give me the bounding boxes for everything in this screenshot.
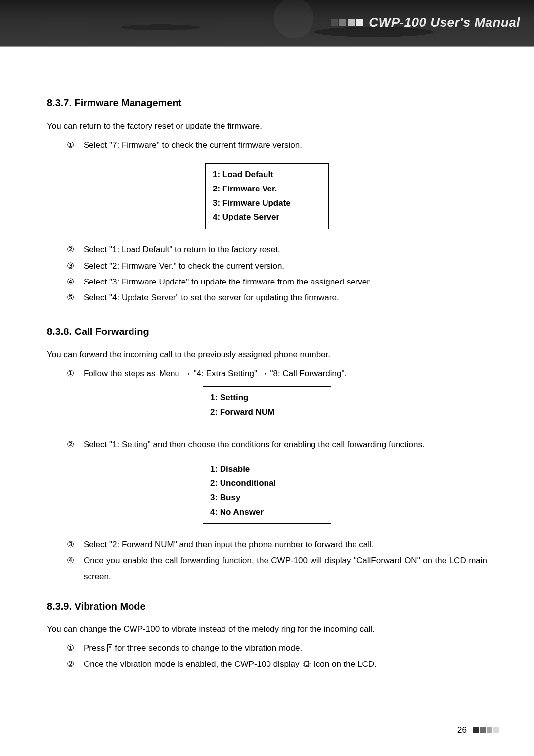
firmware-steps-1: ① Select "7: Firmware" to check the curr…: [67, 138, 487, 153]
step-text-pre: Press: [84, 643, 107, 653]
step-text-post: for three seconds to change to the vibra…: [112, 643, 302, 653]
logo-squares-icon: [331, 19, 363, 26]
callfwd-menu1-box: 1: Setting 2: Forward NUM: [203, 386, 331, 424]
step-number-icon: ①: [67, 138, 74, 153]
callfwd-steps-1: ① Follow the steps as Menu → "4: Extra S…: [67, 366, 487, 381]
header-title-text: CWP-100 User's Manual: [369, 15, 520, 30]
callfwd-heading: 8.3.8. Call Forwarding: [47, 326, 487, 337]
footer-squares-icon: [473, 727, 499, 733]
menu-row: 1: Disable: [210, 462, 324, 476]
step-text-pre: Once the vibration mode is enabled, the …: [84, 660, 302, 669]
menu-row: 4: No Answer: [210, 505, 324, 520]
firmware-step-1: ① Select "7: Firmware" to check the curr…: [67, 138, 487, 153]
menu-key: Menu: [158, 369, 180, 378]
menu-row: 2: Unconditional: [210, 476, 324, 491]
svg-rect-1: [306, 665, 308, 666]
content: 8.3.7. Firmware Management You can retur…: [0, 47, 534, 673]
firmware-steps-2: ② Select "1: Load Default" to return to …: [67, 242, 487, 306]
callfwd-step-1: ① Follow the steps as Menu → "4: Extra S…: [67, 366, 487, 381]
step-text: Select "2: Firmware Ver." to check the c…: [84, 261, 284, 271]
step-text-pre: Follow the steps as: [84, 369, 158, 378]
firmware-menu-box: 1: Load Default 2: Firmware Ver. 3: Firm…: [205, 163, 329, 230]
vibration-icon: [302, 658, 312, 673]
step-text: Select "3: Firmware Update" to update th…: [84, 277, 372, 286]
vibration-step-1: ① Press * for three seconds to change to…: [67, 640, 487, 656]
page-number: 26: [457, 725, 467, 735]
firmware-step-2: ② Select "1: Load Default" to return to …: [67, 242, 487, 258]
step-number-icon: ⑤: [67, 290, 74, 306]
header-title-container: CWP-100 User's Manual: [331, 15, 520, 30]
menu-row: 1: Load Default: [213, 168, 321, 182]
callfwd-menu2-box: 1: Disable 2: Unconditional 3: Busy 4: N…: [203, 458, 331, 524]
menu-row: 4: Update Server: [213, 210, 321, 225]
step-text-post: icon on the LCD.: [314, 660, 377, 669]
callfwd-step-3: ③ Select "2: Forward NUM" and then input…: [67, 537, 487, 553]
vibration-intro: You can change the CWP-100 to vibrate in…: [47, 623, 487, 636]
vibration-step-2: ② Once the vibration mode is enabled, th…: [67, 657, 487, 673]
step-number-icon: ①: [67, 640, 74, 656]
page-footer: 26: [457, 725, 499, 735]
page: CWP-100 User's Manual 8.3.7. Firmware Ma…: [0, 0, 534, 756]
firmware-step-5: ⑤ Select "4: Update Server" to set the s…: [67, 290, 487, 306]
menu-row: 1: Setting: [210, 391, 324, 405]
step-number-icon: ③: [67, 258, 74, 274]
step-text: Select "4: Update Server" to set the ser…: [84, 293, 339, 302]
step-number-icon: ②: [67, 657, 74, 672]
firmware-intro: You can return to the factory reset or u…: [47, 120, 487, 133]
header-band: CWP-100 User's Manual: [0, 0, 534, 47]
step-text: Select "7: Firmware" to check the curren…: [84, 141, 302, 150]
step-text: Select "1: Setting" and then choose the …: [84, 440, 425, 449]
callfwd-intro: You can forward the incoming call to the…: [47, 348, 487, 361]
menu-row: 3: Firmware Update: [213, 196, 321, 211]
step-text-post: → "4: Extra Setting" → "8: Call Forwardi…: [180, 369, 347, 378]
step-number-icon: ②: [67, 437, 74, 453]
vibration-heading: 8.3.9. Vibration Mode: [47, 601, 487, 612]
menu-row: 2: Forward NUM: [210, 405, 324, 420]
vibration-steps: ① Press * for three seconds to change to…: [67, 640, 487, 673]
step-text: Once you enable the call forwarding func…: [84, 556, 487, 581]
step-number-icon: ③: [67, 537, 74, 553]
firmware-step-3: ③ Select "2: Firmware Ver." to check the…: [67, 258, 487, 274]
callfwd-step-2: ② Select "1: Setting" and then choose th…: [67, 437, 487, 453]
step-number-icon: ④: [67, 553, 74, 568]
step-text: Select "2: Forward NUM" and then input t…: [84, 540, 374, 549]
callfwd-steps-3: ③ Select "2: Forward NUM" and then input…: [67, 537, 487, 585]
firmware-heading: 8.3.7. Firmware Management: [47, 97, 487, 109]
star-key: *: [107, 644, 112, 652]
firmware-step-4: ④ Select "3: Firmware Update" to update …: [67, 274, 487, 290]
step-number-icon: ①: [67, 366, 74, 381]
menu-row: 3: Busy: [210, 491, 324, 505]
step-number-icon: ④: [67, 274, 74, 290]
step-text: Select "1: Load Default" to return to th…: [84, 245, 280, 254]
callfwd-step-4: ④ Once you enable the call forwarding fu…: [67, 553, 487, 585]
step-number-icon: ②: [67, 242, 74, 258]
menu-row: 2: Firmware Ver.: [213, 182, 321, 196]
callfwd-steps-2: ② Select "1: Setting" and then choose th…: [67, 437, 487, 453]
